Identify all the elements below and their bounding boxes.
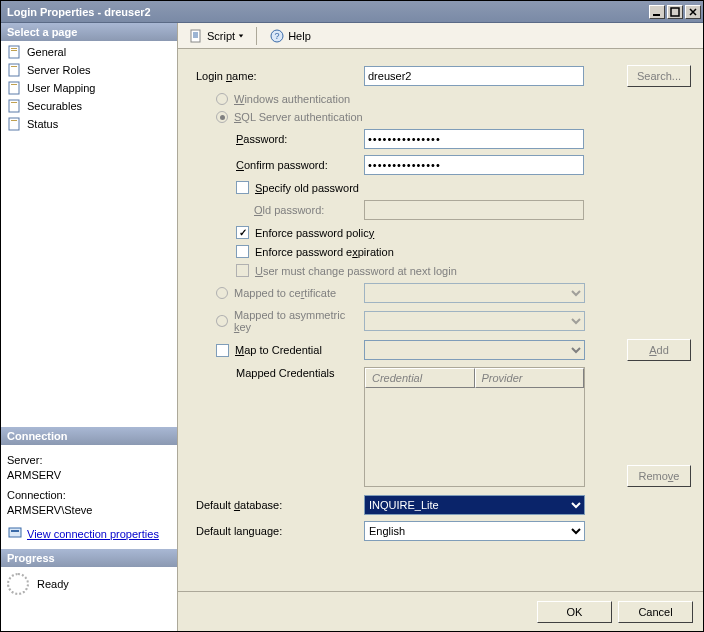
- maximize-button[interactable]: [667, 5, 683, 19]
- form-area: Login name: Search... Windows authentica…: [178, 49, 703, 591]
- login-name-input[interactable]: [364, 66, 584, 86]
- chevron-down-icon: [238, 33, 244, 39]
- enforce-policy-label: Enforce password policy: [255, 227, 374, 239]
- sidebar: Select a page General Server Roles User …: [1, 23, 178, 631]
- svg-rect-3: [11, 48, 17, 49]
- svg-rect-2: [9, 46, 19, 58]
- select-page-header: Select a page: [1, 23, 177, 41]
- help-button[interactable]: ? Help: [265, 26, 315, 46]
- help-label: Help: [288, 30, 311, 42]
- script-button[interactable]: Script: [184, 26, 248, 46]
- confirm-password-input[interactable]: [364, 155, 584, 175]
- svg-rect-15: [191, 30, 200, 42]
- toolbar-separator: [256, 27, 257, 45]
- sidebar-item-general[interactable]: General: [1, 43, 177, 61]
- confirm-password-label: Confirm password:: [194, 159, 364, 171]
- window-title: Login Properties - dreuser2: [7, 6, 647, 18]
- sidebar-item-label: User Mapping: [27, 82, 95, 94]
- password-label: Password:: [194, 133, 364, 145]
- map-to-credential-checkbox[interactable]: ✓: [216, 344, 229, 357]
- cred-header-provider: Provider: [475, 368, 585, 388]
- enforce-expiration-checkbox[interactable]: ✓: [236, 245, 249, 258]
- svg-rect-7: [9, 82, 19, 94]
- add-button[interactable]: Add: [627, 339, 691, 361]
- dialog-button-bar: OK Cancel: [178, 591, 703, 631]
- mapped-credentials-label: Mapped Credentials: [194, 367, 364, 379]
- sidebar-item-securables[interactable]: Securables: [1, 97, 177, 115]
- windows-auth-radio: [216, 93, 228, 105]
- mapped-credentials-table: Credential Provider: [364, 367, 585, 487]
- default-database-label: Default database:: [194, 499, 364, 511]
- close-button[interactable]: [685, 5, 701, 19]
- password-input[interactable]: [364, 129, 584, 149]
- connection-value: ARMSERV\Steve: [7, 503, 171, 518]
- title-bar: Login Properties - dreuser2: [1, 1, 703, 23]
- main-area: Script ? Help Login name: Search...: [178, 23, 703, 631]
- mapped-asym-label: Mapped to asymmetric key: [234, 309, 364, 333]
- sql-auth-label: SQL Server authentication: [234, 111, 363, 123]
- sidebar-item-label: Status: [27, 118, 58, 130]
- spacer: [1, 601, 177, 631]
- old-password-label: Old password:: [194, 204, 364, 216]
- progress-block: Ready: [1, 567, 177, 601]
- connection-header: Connection: [1, 427, 177, 445]
- sidebar-item-user-mapping[interactable]: User Mapping: [1, 79, 177, 97]
- svg-rect-6: [11, 66, 17, 67]
- remove-button[interactable]: Remove: [627, 465, 691, 487]
- view-connection-properties-link[interactable]: View connection properties: [7, 525, 171, 545]
- sidebar-fill: [1, 135, 177, 427]
- ok-button[interactable]: OK: [537, 601, 612, 623]
- minimize-button[interactable]: [649, 5, 665, 19]
- svg-rect-0: [653, 14, 660, 16]
- specify-old-password-checkbox[interactable]: ✓: [236, 181, 249, 194]
- map-to-credential-label: Map to Credential: [235, 344, 322, 356]
- sidebar-item-server-roles[interactable]: Server Roles: [1, 61, 177, 79]
- enforce-policy-checkbox[interactable]: ✓: [236, 226, 249, 239]
- windows-auth-label: Windows authentication: [234, 93, 350, 105]
- svg-rect-5: [9, 64, 19, 76]
- svg-rect-11: [9, 118, 19, 130]
- svg-rect-12: [11, 120, 17, 121]
- script-icon: [188, 28, 204, 44]
- connection-label: Connection:: [7, 488, 171, 503]
- page-list: General Server Roles User Mapping Secura…: [1, 41, 177, 135]
- mapped-asym-select: [364, 311, 585, 331]
- progress-spinner-icon: [7, 573, 29, 595]
- svg-rect-1: [671, 8, 679, 16]
- default-database-select[interactable]: INQUIRE_Lite: [364, 495, 585, 515]
- page-icon: [7, 98, 23, 114]
- map-to-credential-select[interactable]: [364, 340, 585, 360]
- sql-auth-radio: [216, 111, 228, 123]
- script-label: Script: [207, 30, 235, 42]
- svg-rect-13: [9, 528, 21, 537]
- must-change-label: User must change password at next login: [255, 265, 457, 277]
- default-language-select[interactable]: English: [364, 521, 585, 541]
- default-language-label: Default language:: [194, 525, 364, 537]
- svg-rect-4: [11, 50, 17, 51]
- must-change-checkbox: ✓: [236, 264, 249, 277]
- progress-status: Ready: [37, 578, 69, 590]
- mapped-cert-label: Mapped to certificate: [234, 287, 336, 299]
- cancel-button[interactable]: Cancel: [618, 601, 693, 623]
- body-area: Select a page General Server Roles User …: [1, 23, 703, 631]
- mapped-cert-select: [364, 283, 585, 303]
- connection-icon: [7, 525, 23, 545]
- toolbar: Script ? Help: [178, 23, 703, 49]
- svg-rect-14: [11, 530, 19, 532]
- page-icon: [7, 44, 23, 60]
- search-button[interactable]: Search...: [627, 65, 691, 87]
- page-icon: [7, 62, 23, 78]
- connection-block: Server: ARMSERV Connection: ARMSERV\Stev…: [1, 445, 177, 549]
- svg-rect-9: [9, 100, 19, 112]
- svg-rect-8: [11, 84, 17, 85]
- enforce-expiration-label: Enforce password expiration: [255, 246, 394, 258]
- page-icon: [7, 80, 23, 96]
- sidebar-item-status[interactable]: Status: [1, 115, 177, 133]
- page-icon: [7, 116, 23, 132]
- svg-rect-10: [11, 102, 17, 103]
- view-connection-properties-label: View connection properties: [27, 527, 159, 542]
- sidebar-item-label: General: [27, 46, 66, 58]
- sidebar-item-label: Server Roles: [27, 64, 91, 76]
- help-icon: ?: [269, 28, 285, 44]
- old-password-input: [364, 200, 584, 220]
